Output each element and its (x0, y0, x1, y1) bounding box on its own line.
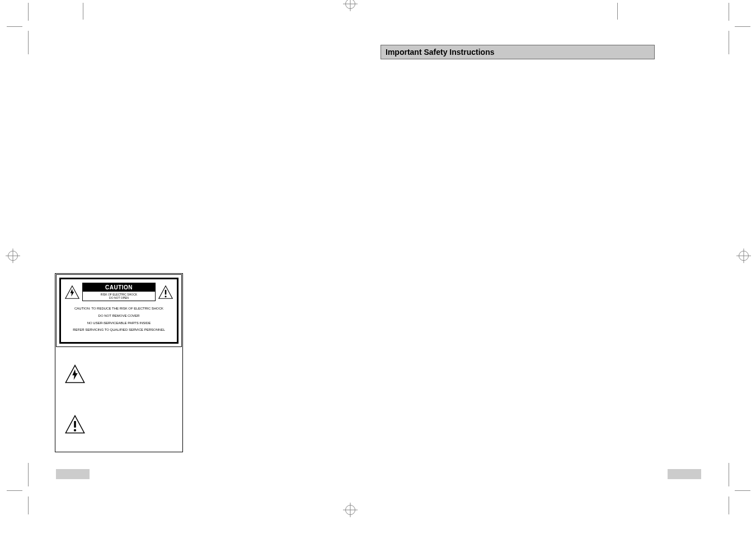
registration-mark-right (739, 251, 749, 261)
caution-subtitle: RISK OF ELECTRIC SHOCK DO NOT OPEN (83, 292, 155, 301)
caution-body-text: CAUTION: TO REDUCE THE RISK OF ELECTRIC … (64, 307, 173, 339)
exclamation-triangle-icon (64, 414, 86, 434)
registration-mark-left (8, 251, 18, 261)
lightning-bolt-triangle-icon (64, 364, 86, 384)
svg-rect-6 (74, 421, 76, 428)
registration-mark-bottom (345, 505, 355, 515)
page-divider-top-2 (83, 3, 83, 20)
svg-point-3 (165, 296, 166, 297)
caution-title: CAUTION (83, 283, 155, 292)
lightning-bolt-triangle-icon (64, 285, 80, 299)
caution-body-line: CAUTION: TO REDUCE THE RISK OF ELECTRIC … (67, 307, 171, 311)
page-divider-top (617, 3, 618, 20)
exclamation-triangle-icon (158, 285, 173, 299)
caution-body-line: NO USER-SERVICEABLE PARTS INSIDE (67, 321, 171, 326)
caution-inner-border: CAUTION RISK OF ELECTRIC SHOCK DO NOT OP… (59, 278, 179, 344)
caution-body-line: DO NOT REMOVE COVER (67, 314, 171, 318)
svg-point-7 (74, 429, 76, 432)
svg-rect-2 (165, 289, 167, 294)
footer-mark-left (56, 469, 90, 479)
caution-label-box: CAUTION RISK OF ELECTRIC SHOCK DO NOT OP… (82, 283, 156, 301)
caution-body-line: REFER SERVICING TO QUALIFIED SERVICE PER… (67, 328, 171, 332)
footer-mark-right (668, 469, 701, 479)
caution-top-row: CAUTION RISK OF ELECTRIC SHOCK DO NOT OP… (64, 283, 173, 301)
caution-warning-box: CAUTION RISK OF ELECTRIC SHOCK DO NOT OP… (56, 274, 182, 347)
section-header-title: Important Safety Instructions (386, 48, 494, 57)
section-header: Important Safety Instructions (381, 45, 655, 59)
registration-mark-top (345, 0, 355, 9)
